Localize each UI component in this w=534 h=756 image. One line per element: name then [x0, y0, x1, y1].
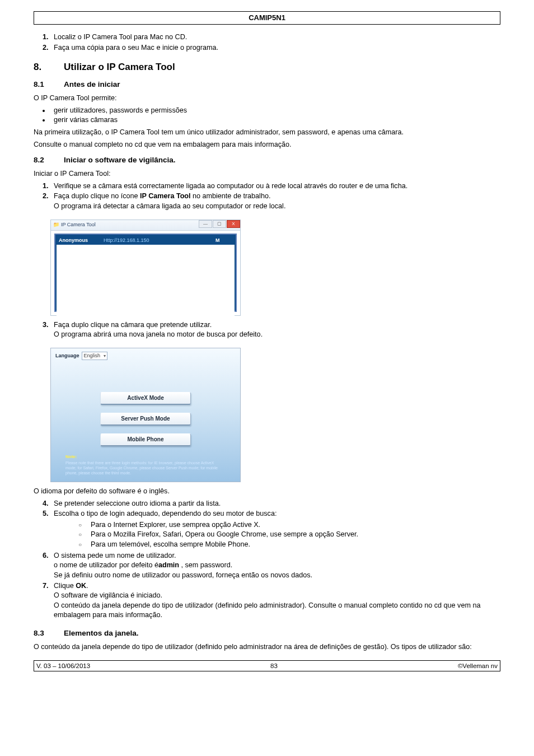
- list-item: Verifique se a câmara está correctamente…: [50, 181, 500, 192]
- language-dropdown[interactable]: English: [82, 352, 108, 360]
- subsection-number: 8.1: [34, 80, 64, 90]
- subsection-number: 8.3: [34, 628, 64, 639]
- page-footer: V. 03 – 10/06/2013 83 ©Velleman nv: [34, 660, 500, 671]
- maximize-button[interactable]: ▢: [213, 220, 226, 228]
- camera-flag: M: [216, 237, 232, 244]
- minimize-button[interactable]: —: [199, 220, 212, 228]
- list-text: Se pretender seleccione outro idioma a p…: [54, 500, 221, 507]
- activex-mode-button[interactable]: ActiveX Mode: [100, 392, 191, 405]
- sub-list: Para o Internet Explorer, use semprea op…: [54, 520, 500, 550]
- list-item: Se pretender seleccione outro idioma a p…: [50, 499, 500, 509]
- steps-list-cont: Faça duplo clique na câmara que pretende…: [34, 320, 500, 340]
- list-item: Clique OK. O software de vigilância é in…: [50, 581, 500, 621]
- list-item: Faça duplo clique no ícone IP Camera Too…: [50, 192, 500, 211]
- folder-icon: 📁: [53, 221, 59, 228]
- camera-name: Anonymous: [59, 237, 104, 244]
- screenshot-login-modes: Language English ActiveX Mode Server Pus…: [50, 348, 241, 482]
- text: .: [86, 582, 88, 590]
- window-body: Anonymous Http://192.168.1.150 M: [54, 234, 237, 312]
- list-item: Faça duplo clique na câmara que pretende…: [50, 320, 500, 340]
- para: O conteúdo da janela depende do tipo de …: [34, 642, 500, 652]
- section-8-2-heading: 8.2Iniciar o software de vigilância.: [34, 155, 500, 166]
- list-item: Para um telemóvel, escolha sempre Mobile…: [78, 540, 500, 550]
- text: o nome de utilizador por defeito é: [54, 561, 158, 569]
- screenshot-ip-camera-tool: 📁 IP Camera Tool — ▢ X Anonymous Http://…: [50, 220, 241, 316]
- section-8-heading: 8.Utilizar o IP Camera Tool: [34, 60, 500, 74]
- list-text: Faça duplo clique no ícone IP Camera Too…: [54, 192, 270, 200]
- para: O idioma por defeito do software é o ing…: [34, 487, 500, 497]
- camera-row[interactable]: Anonymous Http://192.168.1.150 M: [57, 236, 235, 245]
- window-controls: — ▢ X: [198, 220, 240, 228]
- subsection-title: Iniciar o software de vigilância.: [64, 156, 176, 164]
- window-inner: [57, 245, 235, 319]
- step-note: O programa abrirá uma nova janela no mot…: [54, 330, 500, 340]
- login-mode-buttons: ActiveX Mode Server Push Mode Mobile Pho…: [51, 392, 240, 446]
- close-button[interactable]: X: [227, 220, 240, 228]
- window-titlebar: 📁 IP Camera Tool — ▢ X: [51, 220, 240, 231]
- section-8-3-heading: 8.3Elementos da janela.: [34, 628, 500, 639]
- para: Iniciar o IP Camera Tool:: [34, 169, 500, 179]
- text: Faça duplo clique no ícone: [54, 192, 140, 200]
- doc-header: CAMIP5N1: [34, 11, 500, 25]
- text: no ambiente de trabalho.: [191, 192, 271, 200]
- step-note: Se já definiu outro nome de utilizador o…: [54, 571, 500, 581]
- para: Na primeira utilização, o IP Camera Tool…: [34, 128, 500, 138]
- list-text: Faça uma cópia para o seu Mac e inicie o…: [54, 44, 218, 52]
- list-text: Escolha o tipo de login adequado, depend…: [54, 510, 277, 517]
- list-item: Faça uma cópia para o seu Mac e inicie o…: [50, 43, 500, 53]
- footer-page-number: 83: [270, 661, 278, 670]
- list-text: Clique OK.: [54, 582, 88, 590]
- list-item: Para o Internet Explorer, use semprea op…: [78, 520, 500, 530]
- steps-list-cont2: Se pretender seleccione outro idioma a p…: [34, 499, 500, 621]
- para: O IP Camera Tool permite:: [34, 94, 500, 104]
- window-title: IP Camera Tool: [61, 221, 96, 228]
- bullet-list: gerir utilizadores, passwords e permissõ…: [34, 106, 500, 125]
- note-title: Note:: [65, 454, 77, 459]
- section-8-1-heading: 8.1Antes de iniciar: [34, 80, 500, 90]
- note-body: Please note that there are three login m…: [65, 461, 218, 475]
- list-item: gerir utilizadores, passwords e permissõ…: [50, 106, 500, 116]
- bold-text: OK: [76, 582, 86, 590]
- camera-url: Http://192.168.1.150: [104, 237, 216, 244]
- text: Clique: [54, 582, 76, 590]
- step-note: O conteúdo da janela depende do tipo de …: [54, 601, 500, 620]
- subsection-title: Elementos da janela.: [64, 629, 139, 637]
- footer-version: V. 03 – 10/06/2013: [36, 661, 90, 670]
- step-note: O programa irá detectar a câmara ligada …: [54, 202, 500, 212]
- server-push-mode-button[interactable]: Server Push Mode: [100, 413, 191, 426]
- para: Consulte o manual completo no cd que vem…: [34, 140, 500, 150]
- subsection-title: Antes de iniciar: [64, 80, 120, 88]
- intro-ordered-list: Localiz o IP Camera Tool para Mac no CD.…: [34, 32, 500, 53]
- language-selector: Language English: [55, 352, 107, 360]
- steps-list: Verifique se a câmara está correctamente…: [34, 181, 500, 212]
- subsection-number: 8.2: [34, 155, 64, 166]
- list-item: O sistema pede um nome de utilizador. o …: [50, 551, 500, 581]
- mobile-phone-button[interactable]: Mobile Phone: [100, 433, 191, 446]
- step-note: O software de vigilância é iniciado.: [54, 591, 500, 601]
- list-item: Localiz o IP Camera Tool para Mac no CD.: [50, 32, 500, 43]
- list-text: Verifique se a câmara está correctamente…: [54, 182, 407, 190]
- section-title: Utilizar o IP Camera Tool: [64, 62, 175, 72]
- footer-copyright: ©Velleman nv: [458, 661, 498, 670]
- login-note: Note: Please note that there are three l…: [65, 454, 226, 476]
- list-text: O sistema pede um nome de utilizador.: [54, 552, 176, 559]
- list-item: Escolha o tipo de login adequado, depend…: [50, 509, 500, 550]
- list-item: Para o Mozilla Firefox, Safari, Opera ou…: [78, 530, 500, 540]
- text: , sem password.: [179, 561, 232, 569]
- list-text: Localiz o IP Camera Tool para Mac no CD.: [54, 33, 187, 41]
- bold-text: admin: [158, 561, 179, 569]
- step-note: o nome de utilizador por defeito éadmin …: [54, 561, 500, 571]
- bold-text: IP Camera Tool: [140, 192, 191, 200]
- list-text: Faça duplo clique na câmara que pretende…: [54, 321, 212, 329]
- list-item: gerir várias câmaras: [50, 115, 500, 125]
- section-number: 8.: [34, 60, 64, 74]
- language-label: Language: [55, 352, 79, 360]
